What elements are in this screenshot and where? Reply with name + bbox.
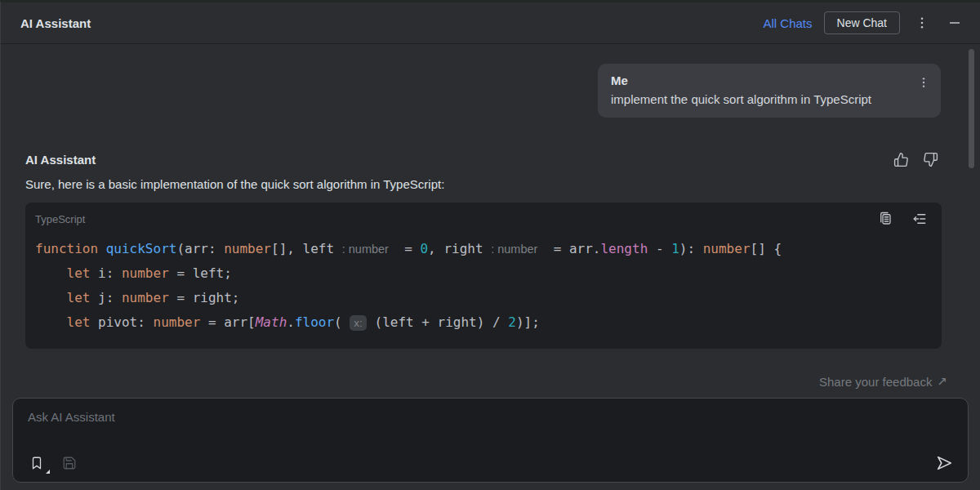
user-message-author: Me: [611, 74, 928, 87]
chat-area: Me implement the quick sort algorithm in…: [1, 44, 980, 367]
share-feedback-link[interactable]: Share your feedback ↗: [819, 374, 947, 389]
prompt-input[interactable]: [13, 399, 968, 446]
code-line: let pivot: number = arr[Math.floor( x: (…: [35, 310, 932, 336]
assistant-actions: [890, 149, 941, 170]
topbar-actions: All Chats New Chat: [764, 11, 966, 34]
kebab-menu-icon[interactable]: [911, 12, 933, 33]
share-feedback-label: Share your feedback: [819, 375, 932, 389]
prompt-library-icon[interactable]: [26, 452, 47, 474]
assistant-name: AI Assistant: [25, 153, 96, 167]
save-prompt-icon[interactable]: [59, 452, 80, 474]
ai-assistant-panel: AI Assistant All Chats New Chat Me imple…: [0, 0, 980, 490]
code-block: TypeScript: [25, 203, 942, 349]
message-kebab-icon[interactable]: [913, 72, 934, 93]
copy-code-icon[interactable]: [875, 208, 896, 229]
all-chats-link[interactable]: All Chats: [764, 16, 813, 30]
code-block-header: TypeScript: [25, 203, 942, 235]
feedback-row: Share your feedback ↗: [1, 367, 980, 396]
code-lines: function quickSort(arr: number[], left :…: [25, 235, 942, 336]
minimize-icon[interactable]: [944, 12, 965, 33]
code-language-label: TypeScript: [35, 213, 85, 225]
thumbs-up-icon[interactable]: [890, 149, 911, 170]
user-message-text: implement the quick sort algorithm in Ty…: [611, 92, 928, 106]
composer-tools: [26, 452, 80, 474]
code-line: let i: number = left;: [35, 261, 932, 286]
composer: [12, 398, 969, 483]
send-icon[interactable]: [933, 452, 955, 474]
insert-to-editor-icon[interactable]: [909, 208, 930, 229]
user-message-bubble: Me implement the quick sort algorithm in…: [598, 64, 941, 118]
assistant-intro-text: Sure, here is a basic implementation of …: [25, 177, 941, 191]
panel-title: AI Assistant: [20, 16, 91, 30]
assistant-message-header: AI Assistant: [25, 149, 941, 170]
code-block-actions: [875, 208, 930, 229]
topbar: AI Assistant All Chats New Chat: [1, 2, 980, 44]
thumbs-down-icon[interactable]: [920, 149, 941, 170]
code-line: function quickSort(arr: number[], left :…: [35, 237, 932, 261]
scrollbar-thumb[interactable]: [969, 49, 974, 168]
external-link-arrow-icon: ↗: [937, 374, 947, 389]
new-chat-button[interactable]: New Chat: [824, 11, 900, 34]
code-line: let j: number = right;: [35, 286, 932, 310]
